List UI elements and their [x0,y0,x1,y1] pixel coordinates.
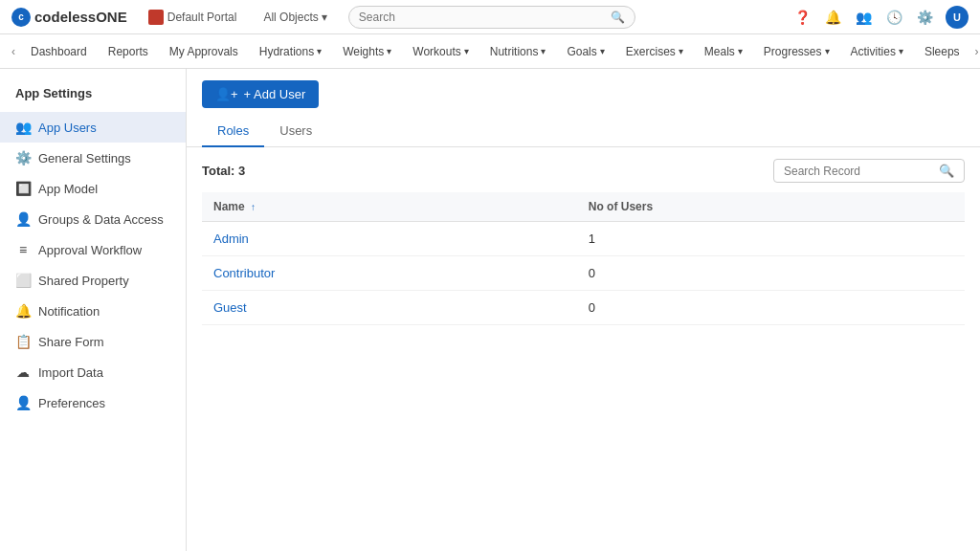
global-search-input[interactable] [359,11,605,24]
tab-users[interactable]: Users [264,116,327,147]
notification-icon: 🔔 [15,303,31,319]
no-of-users-guest: 0 [577,291,965,325]
settings-icon[interactable]: ⚙️ [915,8,934,27]
nav-sleeps[interactable]: Sleeps [915,34,969,69]
sidebar-label-shared-property: Shared Property [38,274,129,288]
sidebar-label-share-form: Share Form [38,335,104,349]
sidebar-label-approval: Approval Workflow [38,243,142,257]
portal-button[interactable]: Default Portal [143,8,243,27]
nav-meals[interactable]: Meals [695,34,752,69]
help-icon[interactable]: ❓ [792,8,812,27]
sidebar-label-groups: Groups & Data Access [38,212,164,227]
second-navbar: ‹ Dashboard Reports My Approvals Hydrati… [0,34,980,69]
add-user-label: + Add User [244,87,306,101]
sidebar-item-share-form[interactable]: 📋 Share Form [0,326,186,357]
nav-hydrations[interactable]: Hydrations [250,34,331,69]
notifications-icon[interactable]: 🔔 [823,8,842,27]
import-data-icon: ☁ [15,364,31,380]
app-name: codelessONE [34,9,127,25]
sidebar-item-approval-workflow[interactable]: ≡ Approval Workflow [0,234,186,265]
nav-left-chevron[interactable]: ‹ [8,41,19,62]
sidebar-label-preferences: Preferences [38,396,105,410]
sidebar-item-groups-data-access[interactable]: 👤 Groups & Data Access [0,204,186,234]
col-header-name[interactable]: Name ↑ [202,192,577,222]
sidebar-label-import-data: Import Data [38,365,103,380]
role-name-admin[interactable]: Admin [202,222,577,256]
shared-property-icon: ⬜ [15,273,31,288]
tab-roles[interactable]: Roles [202,116,264,147]
main-layout: App Settings 👥 App Users ⚙️ General Sett… [0,69,980,551]
sidebar-label-notification: Notification [38,304,100,319]
nav-right-chevron[interactable]: › [971,41,980,62]
nav-activities[interactable]: Activities [841,34,913,69]
no-of-users-contributor: 0 [577,256,965,291]
nav-my-approvals[interactable]: My Approvals [160,34,248,69]
nav-exercises[interactable]: Exercises [616,34,693,69]
tabs: Roles Users [187,116,980,147]
all-objects-button[interactable]: All Objects ▾ [257,9,332,26]
nav-workouts[interactable]: Workouts [403,34,478,69]
sidebar-item-import-data[interactable]: ☁ Import Data [0,357,186,387]
table-row: Contributor 0 [202,256,965,291]
nav-goals[interactable]: Goals [557,34,613,69]
sidebar-label-general-settings: General Settings [38,151,131,165]
share-form-icon: 📋 [15,334,31,349]
sidebar-item-preferences[interactable]: 👤 Preferences [0,387,186,418]
col-no-users-label: No of Users [589,200,653,213]
portal-icon [148,10,164,25]
search-record[interactable]: 🔍 [773,159,965,183]
table-row: Admin 1 [202,222,965,256]
sidebar-item-shared-property[interactable]: ⬜ Shared Property [0,265,186,296]
add-user-button[interactable]: 👤+ + Add User [202,80,319,108]
history-icon[interactable]: 🕓 [884,8,903,27]
nav-reports[interactable]: Reports [99,34,158,69]
no-of-users-admin: 1 [577,222,965,256]
search-record-input[interactable] [784,165,933,178]
approval-icon: ≡ [15,242,31,257]
general-settings-icon: ⚙️ [15,150,31,165]
all-objects-label: All Objects [263,11,318,24]
preferences-icon: 👤 [15,395,31,410]
role-link-guest[interactable]: Guest [213,300,247,315]
sidebar-item-app-model[interactable]: 🔲 App Model [0,173,186,204]
search-icon: 🔍 [611,11,625,24]
portal-label: Default Portal [167,11,237,24]
groups-icon: 👤 [15,211,31,227]
nav-progresses[interactable]: Progresses [754,34,839,69]
nav-nutritions[interactable]: Nutritions [480,34,556,69]
top-navbar: c codelessONE Default Portal All Objects… [0,0,980,34]
sidebar-item-app-users[interactable]: 👥 App Users [0,112,186,143]
table-row: Guest 0 [202,291,965,325]
sort-icon: ↑ [251,202,256,212]
role-link-contributor[interactable]: Contributor [213,266,275,280]
all-objects-chevron: ▾ [322,11,327,24]
avatar[interactable]: U [946,6,969,29]
role-name-guest[interactable]: Guest [202,291,577,325]
col-name-label: Name [213,200,245,213]
sidebar-title: App Settings [0,77,186,112]
nav-weights[interactable]: Weights [333,34,401,69]
roles-table: Name ↑ No of Users Admin 1 Contribu [202,192,965,325]
add-user-icon: 👤+ [215,87,238,101]
sidebar-item-notification[interactable]: 🔔 Notification [0,296,186,326]
table-header-row: Total: 3 🔍 [202,159,965,183]
users-icon[interactable]: 👥 [854,8,873,27]
sidebar-label-app-users: App Users [38,121,97,135]
global-search[interactable]: 🔍 [348,6,635,29]
content-area: 👤+ + Add User Roles Users Total: 3 🔍 [187,69,980,551]
table-section: Total: 3 🔍 Name ↑ No of Users [187,147,980,551]
sidebar: App Settings 👥 App Users ⚙️ General Sett… [0,69,187,551]
app-model-icon: 🔲 [15,181,31,196]
total-count: Total: 3 [202,164,245,178]
navbar-icons: ❓ 🔔 👥 🕓 ⚙️ U [792,6,969,29]
app-users-icon: 👥 [15,120,31,135]
col-header-no-of-users[interactable]: No of Users [577,192,965,222]
role-link-admin[interactable]: Admin [213,231,249,246]
nav-dashboard[interactable]: Dashboard [21,34,97,69]
search-record-icon: 🔍 [939,164,954,178]
sidebar-item-general-settings[interactable]: ⚙️ General Settings [0,143,186,173]
role-name-contributor[interactable]: Contributor [202,256,577,291]
content-toolbar: 👤+ + Add User [187,69,980,108]
logo-icon: c [11,8,31,27]
logo: c codelessONE [11,8,127,27]
